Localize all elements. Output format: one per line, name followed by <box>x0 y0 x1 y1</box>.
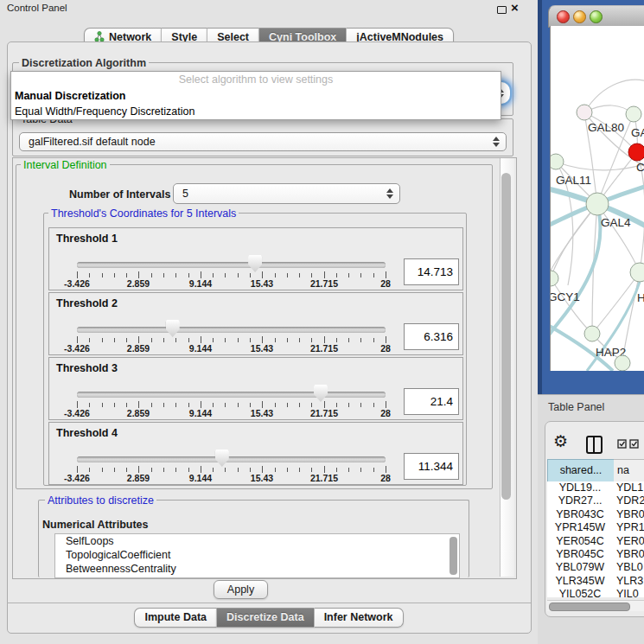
node-label: C <box>636 161 644 174</box>
threshold-4-panel: Threshold 4 -3.4262.8599.14415.4321.7152… <box>48 422 463 485</box>
threshold-1-slider-track[interactable] <box>77 262 386 268</box>
network-node-h[interactable] <box>630 263 644 282</box>
numerical-attributes-label: Numerical Attributes <box>40 519 150 531</box>
threshold-1-panel: Threshold 1 -3.4262.8599.14415.4321.7152… <box>48 227 463 290</box>
list-item[interactable]: BetweennessCentrality <box>55 562 459 576</box>
table-panel-title: Table Panel <box>548 401 604 413</box>
column-header-shared-name[interactable]: shared... <box>547 459 615 482</box>
dropdown-option-equal-width[interactable]: Equal Width/Frequency Discretization <box>11 104 501 119</box>
table-row[interactable]: YIL052CYIL0 <box>547 588 644 597</box>
tab-impute-data[interactable]: Impute Data <box>134 608 216 628</box>
float-window-icon[interactable] <box>497 6 507 14</box>
threshold-2-slider-handle[interactable] <box>166 320 180 337</box>
discretization-algorithm-group-label: Discretization Algorithm <box>19 57 149 69</box>
threshold-label: Threshold 1 <box>56 233 118 245</box>
network-node-gal4[interactable] <box>586 193 609 215</box>
horizontal-scrollbar-track[interactable] <box>547 600 644 611</box>
network-canvas[interactable]: GAL80GACGAL11GAL4GCY1HHAP2 <box>550 26 644 371</box>
threshold-2-value-field[interactable]: 6.316 <box>404 323 459 350</box>
network-node-ga[interactable] <box>626 106 641 122</box>
threshold-3-value-field[interactable]: 21.4 <box>404 388 459 415</box>
threshold-4-slider-handle[interactable] <box>215 450 229 467</box>
checkbox-checked-icon <box>629 439 639 449</box>
panel-title: Control Panel <box>7 3 67 13</box>
tab-label: Infer Network <box>324 611 393 623</box>
threshold-4-value-field[interactable]: 11.344 <box>404 453 459 480</box>
network-node-c[interactable] <box>628 143 644 161</box>
attributes-group-label: Attributes to discretize <box>45 494 156 507</box>
slider-tick-labels: -3.4262.8599.14415.4321.71528 <box>77 343 386 354</box>
bottom-tab-bar: Impute Data Discretize Data Infer Networ… <box>0 608 538 628</box>
threshold-label: Threshold 4 <box>56 427 118 439</box>
slider-tick-labels: -3.4262.8599.14415.4321.71528 <box>77 473 386 483</box>
close-icon[interactable]: × <box>511 0 519 15</box>
network-window-frame-edge <box>538 0 542 394</box>
table-row[interactable]: YDR27...YDR2 <box>547 494 644 507</box>
network-node-gal11[interactable] <box>550 154 564 169</box>
threshold-1-slider-handle[interactable] <box>248 255 262 272</box>
number-of-intervals-label: Number of Intervals <box>69 188 170 201</box>
table-data-selected-value: galFiltered.sif default node <box>29 133 156 150</box>
slider-tick-labels: -3.4262.8599.14415.4321.71528 <box>77 408 386 418</box>
dropdown-option-manual-discretization[interactable]: Manual Discretization <box>11 88 501 104</box>
close-button-icon[interactable] <box>557 10 570 23</box>
horizontal-scrollbar-thumb[interactable] <box>549 603 630 611</box>
numerical-attributes-list[interactable]: SelfLoops TopologicalCoefficient Between… <box>54 533 460 578</box>
network-node-gcy1[interactable] <box>550 271 558 286</box>
network-node-hap2[interactable] <box>584 326 600 341</box>
thresholds-group-label: Threshold's Coordinates for 5 Intervals <box>48 207 239 220</box>
table-row[interactable]: YBL079WYBL0 <box>547 561 644 574</box>
algorithm-dropdown-popup: Select algorithm to view settings Manual… <box>10 71 501 120</box>
node-label: GAL4 <box>601 216 631 229</box>
threshold-1-value-field[interactable]: 14.713 <box>404 258 459 285</box>
column-checkbox-icons[interactable] <box>617 439 639 449</box>
dropdown-placeholder-item[interactable]: Select algorithm to view settings <box>11 72 501 88</box>
column-header-name[interactable]: na <box>614 459 644 482</box>
node-label: GAL80 <box>588 121 624 134</box>
tab-label: Impute Data <box>144 611 207 623</box>
list-item[interactable]: SelfLoops <box>55 534 459 548</box>
threshold-3-slider-track[interactable] <box>77 392 386 398</box>
tab-label: Discretize Data <box>226 611 304 623</box>
threshold-label: Threshold 3 <box>56 362 118 374</box>
number-of-intervals-combobox[interactable]: 5 <box>173 183 400 204</box>
list-scrollbar-thumb[interactable] <box>450 537 457 575</box>
interval-definition-group-label: Interval Definition <box>21 159 110 171</box>
network-window-titlebar[interactable] <box>548 5 644 28</box>
gear-icon[interactable]: ⚙ <box>553 431 568 450</box>
table-row[interactable]: YBR045CYBR0 <box>547 548 644 561</box>
threshold-2-panel: Threshold 2 -3.4262.8599.14415.4321.7152… <box>48 292 463 355</box>
tab-infer-network[interactable]: Infer Network <box>314 608 404 628</box>
table-row[interactable]: YLR345WYLR3 <box>547 575 644 588</box>
threshold-3-panel: Threshold 3 -3.4262.8599.14415.4321.7152… <box>48 357 463 420</box>
apply-button[interactable]: Apply <box>214 580 268 599</box>
network-node[interactable] <box>615 355 630 371</box>
threshold-label: Threshold 2 <box>56 297 118 309</box>
table-row[interactable]: YBR043CYBR0 <box>547 508 644 521</box>
threshold-4-slider-track[interactable] <box>77 456 386 462</box>
table-rows: YDL19...YDL1 YDR27...YDR2 YBR043CYBR0 YP… <box>547 481 644 597</box>
table-row[interactable]: YDL19...YDL1 <box>547 481 644 494</box>
split-pane-icon[interactable] <box>586 436 603 454</box>
network-node-gal80[interactable] <box>577 105 592 120</box>
threshold-2-slider-track[interactable] <box>77 327 386 333</box>
node-label: GCY1 <box>550 290 580 303</box>
checkbox-checked-icon <box>617 439 627 449</box>
divider <box>7 603 531 603</box>
table-row[interactable]: YER054CYER0 <box>547 535 644 548</box>
node-label: GA <box>631 126 644 139</box>
tab-discretize-data[interactable]: Discretize Data <box>216 608 314 628</box>
minimize-button-icon[interactable] <box>573 10 586 23</box>
node-label: GAL11 <box>556 174 591 187</box>
zoom-button-icon[interactable] <box>590 10 603 23</box>
vertical-scrollbar-thumb[interactable] <box>501 173 511 500</box>
control-panel-titlebar: Control Panel × <box>0 0 538 17</box>
node-label: H <box>637 291 644 304</box>
table-row[interactable]: YPR145WYPR1 <box>547 521 644 534</box>
number-of-intervals-value: 5 <box>182 184 188 203</box>
table-data-combobox[interactable]: galFiltered.sif default node <box>19 132 507 151</box>
combo-arrows-icon <box>493 137 500 147</box>
threshold-3-slider-handle[interactable] <box>314 385 328 402</box>
combo-arrows-icon <box>386 188 393 199</box>
list-item[interactable]: TopologicalCoefficient <box>55 548 459 562</box>
